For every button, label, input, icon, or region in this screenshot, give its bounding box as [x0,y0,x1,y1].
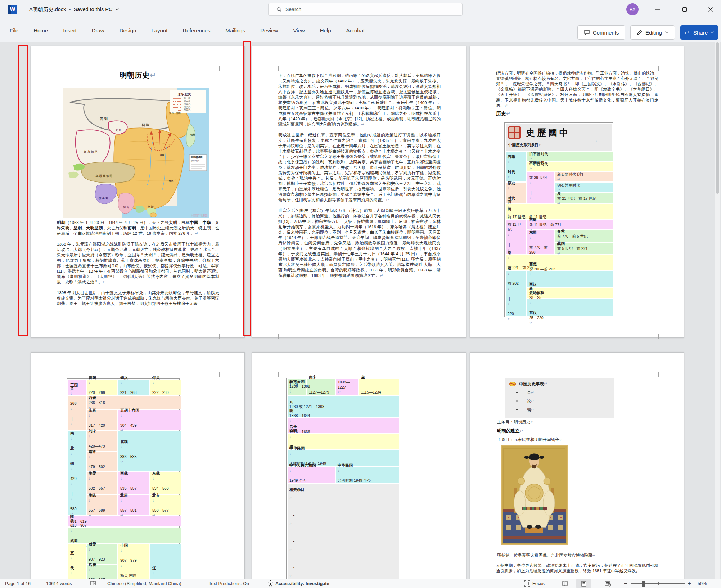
ribbon-tab-layout[interactable]: Layout [144,27,175,33]
page6-tail-paragraph: 元朝中期，皇位更迭频繁，政治始终未上正轨，官吏贪污，朝廷在至正年间滥发纸币引发通… [496,563,658,574]
main-article-link-2[interactable]: 主条目：元末民变和明朝开国战争↵ [497,437,563,443]
read-mode-button[interactable] [562,579,568,588]
body-paragraph: 1398 年明太祖去世后，由于懿文太子朱标早死，由其孙朱允炆即位，年号建文，所以… [57,290,219,306]
vertical-scrollbar[interactable] [715,42,720,579]
zoom-level[interactable]: 50% [698,579,707,588]
timeline-cell: 战国 前 5 世纪—前 221↵ [555,243,613,254]
page1-text: 明朝（1368 年 1 月 23 日—1644 年 4 月 25 日），天下之号… [57,220,219,312]
map-label: 瓦 剌 [100,117,108,121]
margin-crop-mark [57,377,62,382]
map-legend-item: 第一次 [184,96,191,99]
page-3[interactable]: 经济方面，明廷在全国推广棉植，提倡栽种经济作物。手工业方面，冶铁、佛山的铁冶、景… [470,46,684,338]
series-calligraphy: 史歷國中 [526,127,571,139]
saved-status[interactable]: Saved to this PC [73,6,112,12]
map-label: 交 趾 [148,205,154,209]
page-1[interactable]: 明朝历史↵ [31,46,245,338]
ribbon-tab-design[interactable]: Design [112,27,144,33]
yeartable-action-编[interactable]: 编↵ [505,405,614,414]
share-button[interactable]: Share [680,25,718,40]
page-indicator[interactable]: Page 1 of 16 [5,579,31,588]
margin-crop-mark [658,377,663,382]
zoom-out-button[interactable]: − [624,579,627,588]
editing-label: Editing [645,30,662,36]
timeline-cell: 中华民国↓台湾时期 1949 至今↵ [336,467,399,483]
ribbon-tabs: FileHomeInsertDrawDesignLayoutReferences… [2,19,372,42]
margin-crop-mark [57,71,62,76]
map-label: 乌 思 藏 都 司 [96,174,112,178]
yeartable-action-查[interactable]: 查↵ [505,388,614,397]
timeline-cell: 北周↓557—581↵ [118,495,149,515]
body-paragraph: 世宗之后的隆庆（穆宗）年间及万历（神宗）前期，内阁首辅张居正实行改革（万历中兴）… [278,208,441,278]
timeline-cell: 北魏↓386—535↵ [118,431,181,471]
map-legend-item: 第五次 [184,108,191,111]
margin-crop-mark [658,71,663,76]
page-2[interactable]: 下，在姚广孝的建议下以＂清君侧，靖内难＂的名义起兵造反，对抗朝廷，史称靖难之役（… [252,46,466,338]
map-label: 阿 瓦 [123,206,129,209]
ribbon-tab-help[interactable]: Help [312,27,339,33]
timeline-cell: 孙吴↓222—280↵ [150,380,181,395]
ribbon-tab-references[interactable]: References [175,27,218,33]
chevron-down-icon[interactable] [115,8,119,11]
text-predictions-toggle[interactable]: Text Predictions: On [209,579,249,588]
page-6[interactable]: 中国历史年表↵ 查↵论↵编↵ 主条目：明朝历史↵ 明朝的建立↵ 主条目：元末民变… [470,352,684,579]
web-layout-button[interactable] [605,579,611,588]
timeline-cell: 更始政权 23—25↓东汉 25—220↵ [527,299,613,316]
map-label: 朝鲜 [190,133,195,136]
minimize-button[interactable] [649,0,666,19]
document-heading: 明朝历史↵ [31,70,244,80]
search-placeholder: Search [285,6,301,12]
ribbon-tab-acrobat[interactable]: Acrobat [339,27,373,33]
close-button[interactable] [702,0,719,19]
timeline-cell: 曹魏↓220—266↵ [87,380,117,395]
proofing-icon[interactable] [90,579,96,588]
zoom-in-button[interactable]: + [688,579,691,588]
page-5[interactable]: 1279↵南宋↓1127—1279↵1038—1227↵金↓1115—1234↵… [252,352,466,579]
timeline-cell: 南梁↓502—557↵ [87,472,117,494]
language-indicator[interactable]: Chinese (Simplified, Mainland China) [107,579,181,588]
page-4[interactable]: 三国↵曹魏↓220—266↵蜀汉↓221—263↵孙吴↓222—280↵晋↓26… [31,352,245,579]
timeline-cell: 蜀汉↓221—263↵ [118,380,149,395]
zoom-slider-thumb[interactable] [642,581,645,587]
margin-crop-mark [441,334,446,339]
seal-icon [508,126,521,139]
timeline-cell: 五胡十六国↓304—439↵ [118,410,181,430]
ribbon-tab-home[interactable]: Home [26,27,55,33]
ribbon-tab-review[interactable]: Review [253,27,285,33]
map-legend-items: 第一次第二次第三次第四次第五次 [184,96,191,111]
ribbon-tab-view[interactable]: View [285,27,312,33]
accessibility-status[interactable]: Accessibility: Investigate [268,579,329,588]
scrollbar-thumb[interactable] [716,42,719,194]
editing-mode-button[interactable]: Editing [630,25,675,40]
timeline-cell: 晋↓266↓｜↓420↵ [68,396,86,430]
avatar[interactable]: RX [626,3,639,15]
margin-crop-mark [441,377,446,382]
timeline-cell: 春秋 前 770—前 5 世纪↵ [555,230,613,242]
document-title: A明朝历史.docx • Saved to this PC [29,0,119,19]
map-infobox-title: 明朝疆域图 [191,156,203,159]
ribbon-tab-insert[interactable]: Insert [55,27,84,33]
maximize-button[interactable] [676,0,693,19]
history-section-heading: 历史↵ [496,111,510,117]
yeartable-action-论[interactable]: 论↵ [505,397,614,405]
map-label: 火 州 [115,129,121,132]
ribbon-tab-mailings[interactable]: Mailings [218,27,253,33]
dynasty-table-2: 1279↵南宋↓1127—1279↵1038—1227↵金↓1115—1234↵… [286,378,398,579]
word-count[interactable]: 10614 words [46,579,72,588]
body-paragraph: 下，在姚广孝的建议下以＂清君侧，靖内难＂的名义起兵造反，对抗朝廷，史称靖难之役（… [278,73,441,127]
comments-button[interactable]: Comments [577,25,625,40]
series-title: 中国历史系列条目↵ [508,143,542,148]
ribbon-tab-file[interactable]: File [2,27,26,33]
map-label: 京师 [160,153,164,157]
main-article-link-1[interactable]: 主条目：明朝历史↵ [497,419,534,425]
section-heading-founding: 明朝的建立↵ [497,428,523,434]
timeline-cell: 旧石器时代↵ [527,152,613,161]
timeline-cell: 西周 前 11 世纪—前 771↵ [527,220,613,229]
ribbon-tab-draw[interactable]: Draw [84,27,112,33]
word-app-icon[interactable]: W [8,5,17,14]
timeline-cell: 相关条目↵ • ↵ • ↵ • ↵ • ↵ • ↵ • ↵ • ↵ • ↵ • … [288,484,399,579]
map-watermark: 维基百科用图 [191,214,208,217]
map-label: 亦 力 把 里 [84,150,98,154]
search-input[interactable]: Search [268,3,463,16]
print-layout-button[interactable] [576,579,591,588]
focus-mode-button[interactable]: Focus [524,579,545,588]
